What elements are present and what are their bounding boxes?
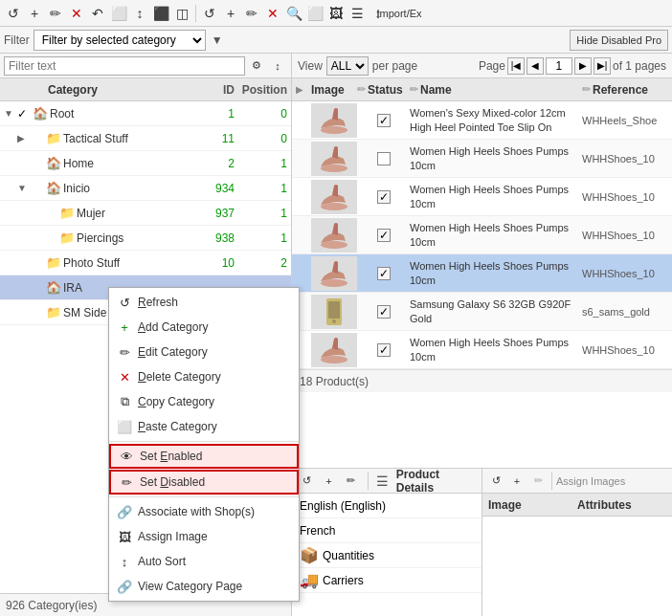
refresh-icon[interactable]: ↺: [4, 4, 23, 23]
product-image: [311, 103, 357, 138]
next-page-btn[interactable]: ▶: [574, 57, 592, 75]
product-status[interactable]: ✓: [357, 229, 410, 242]
category-row[interactable]: 📁 Photo Stuff 10 2: [0, 251, 291, 275]
category-row[interactable]: ▼ 🏠 Inicio 934 1: [0, 176, 291, 201]
category-row[interactable]: ▼ ✓ 🏠 Root 1 0: [0, 101, 291, 126]
pd-refresh-icon[interactable]: ↺: [298, 472, 316, 491]
product-checkbox[interactable]: ✓: [377, 229, 391, 242]
cat-checkbox[interactable]: ✓: [17, 107, 33, 121]
split-icon[interactable]: ◫: [172, 4, 191, 23]
cat-checkbox[interactable]: [31, 281, 46, 295]
page-number-input[interactable]: [546, 57, 572, 75]
product-row[interactable]: Women High Heels Shoes Pumps 10cm WHHSho…: [292, 140, 672, 178]
expand-icon[interactable]: [17, 282, 31, 293]
filter-funnel-icon[interactable]: ▼: [210, 33, 225, 48]
ctx-assign-image[interactable]: 🖼 Assign Image: [109, 524, 299, 549]
ctx-auto-sort[interactable]: ↕ Auto Sort: [109, 549, 299, 574]
pd-add-icon[interactable]: +: [320, 472, 338, 491]
search-icon[interactable]: 🔍: [284, 4, 303, 23]
import-icon[interactable]: Import/Ex: [390, 4, 409, 23]
product-status[interactable]: ✓: [357, 305, 410, 319]
copy-icon[interactable]: ⬜: [109, 4, 128, 23]
last-page-btn[interactable]: ▶|: [594, 57, 611, 75]
add2-icon[interactable]: +: [221, 4, 240, 23]
ctx-set-disabled[interactable]: ✏ Set Disabled: [109, 470, 299, 495]
filter-select[interactable]: Filter by selected category: [34, 30, 206, 51]
ctx-set-enabled[interactable]: 👁 Set Enabled: [109, 444, 299, 469]
filter-text-input[interactable]: [4, 56, 245, 76]
undo-icon[interactable]: ↶: [88, 4, 107, 23]
product-row[interactable]: ✓ Women High Heels Shoes Pumps 10cm WHHS…: [292, 178, 672, 216]
view-icon[interactable]: ⬛: [151, 4, 170, 23]
category-row[interactable]: ▶ 📁 Tactical Stuff 11 0: [0, 126, 291, 151]
expand-icon[interactable]: ▼: [4, 108, 17, 119]
product-status[interactable]: ✓: [357, 114, 410, 127]
ctx-copy-category[interactable]: ⧉ Copy Category: [109, 389, 299, 414]
per-page-select[interactable]: ALL: [326, 56, 369, 76]
add-icon[interactable]: +: [25, 4, 44, 23]
filter-sort-icon[interactable]: ↕: [268, 56, 287, 76]
ctx-associate-shop[interactable]: 🔗 Associate with Shop(s): [109, 499, 299, 524]
refresh2-icon[interactable]: ↺: [200, 4, 219, 23]
product-status[interactable]: ✓: [357, 190, 410, 204]
expand-icon[interactable]: ▼: [17, 183, 31, 193]
filter-options-icon[interactable]: ⚙: [247, 56, 266, 76]
product-row[interactable]: ✓ Women High Heels Shoes Pumps 10cm WHHS…: [292, 216, 672, 254]
category-row[interactable]: 🏠 Home 2 1: [0, 151, 291, 176]
product-row[interactable]: ✓ Women High Heels Shoes Pumps 10cm WHHS…: [292, 254, 672, 293]
cat-checkbox[interactable]: [31, 157, 46, 170]
product-checkbox[interactable]: ✓: [377, 114, 391, 127]
hide-disabled-button[interactable]: Hide Disabled Pro: [570, 30, 668, 51]
lang-french[interactable]: French: [292, 518, 482, 543]
edit2-icon[interactable]: ✏: [242, 4, 261, 23]
cat-checkbox[interactable]: [31, 306, 46, 319]
ctx-paste-category[interactable]: ⬜ Paste Category: [109, 414, 299, 439]
category-row[interactable]: 📁 Piercings 938 1: [0, 226, 291, 251]
product-checkbox[interactable]: ✓: [377, 343, 391, 357]
img-edit-icon[interactable]: ✏: [528, 472, 548, 491]
expand-icon[interactable]: [17, 158, 31, 168]
cat-name: Root: [50, 107, 187, 121]
product-row[interactable]: ✓ Samsung Galaxy S6 32GB G920F Gold s6_s…: [292, 293, 672, 331]
product-checkbox[interactable]: ✓: [377, 190, 391, 204]
lang-english[interactable]: English (English): [292, 494, 482, 518]
ctx-view-page[interactable]: 🔗 View Category Page: [109, 574, 299, 599]
img-icon[interactable]: 🖼: [326, 4, 346, 23]
first-page-btn[interactable]: |◀: [507, 57, 525, 75]
ctx-refresh[interactable]: ↺ Refresh: [109, 290, 299, 315]
product-status[interactable]: ✓: [357, 267, 410, 280]
delete2-icon[interactable]: ✕: [263, 4, 282, 23]
quantities-row[interactable]: 📦 Quantities: [292, 543, 482, 568]
product-row[interactable]: ✓ Women's Sexy Mixed-color 12cm High Hee…: [292, 101, 672, 140]
ctx-delete-category[interactable]: ✕ Delete Category: [109, 364, 299, 389]
expand-icon[interactable]: ▶: [17, 133, 31, 143]
img-refresh-icon[interactable]: ↺: [486, 472, 505, 491]
product-row[interactable]: ✓ Women High Heels Shoes Pumps 10cm WHHS…: [292, 331, 672, 369]
expand-icon[interactable]: [17, 307, 31, 318]
product-status[interactable]: [357, 152, 410, 165]
expand-icon[interactable]: [17, 257, 31, 268]
cat-checkbox[interactable]: [44, 207, 59, 220]
move-icon[interactable]: ↕: [130, 4, 149, 23]
ctx-edit-category[interactable]: ✏ Edit Category: [109, 340, 299, 364]
list-icon[interactable]: ☰: [347, 4, 367, 23]
carriers-row[interactable]: 🚚 Carriers: [292, 568, 482, 593]
prev-page-btn[interactable]: ◀: [526, 57, 544, 75]
delete-icon[interactable]: ✕: [67, 4, 86, 23]
cat-checkbox[interactable]: [31, 132, 46, 145]
ctx-add-category[interactable]: + Add Category: [109, 315, 299, 340]
cat-checkbox[interactable]: [31, 182, 46, 195]
pd-edit-icon[interactable]: ✏: [342, 472, 360, 491]
expand-icon[interactable]: [31, 232, 44, 243]
cat-checkbox[interactable]: [31, 256, 46, 270]
edit-icon[interactable]: ✏: [46, 4, 65, 23]
product-checkbox[interactable]: [377, 152, 391, 165]
product-checkbox[interactable]: ✓: [377, 267, 391, 280]
img-add-icon[interactable]: +: [507, 472, 526, 491]
product-status[interactable]: ✓: [357, 343, 410, 357]
copy2-icon[interactable]: ⬜: [305, 4, 325, 23]
category-row[interactable]: 📁 Mujer 937 1: [0, 201, 291, 226]
product-checkbox[interactable]: ✓: [377, 305, 391, 319]
cat-checkbox[interactable]: [44, 231, 59, 245]
expand-icon[interactable]: [31, 208, 44, 218]
